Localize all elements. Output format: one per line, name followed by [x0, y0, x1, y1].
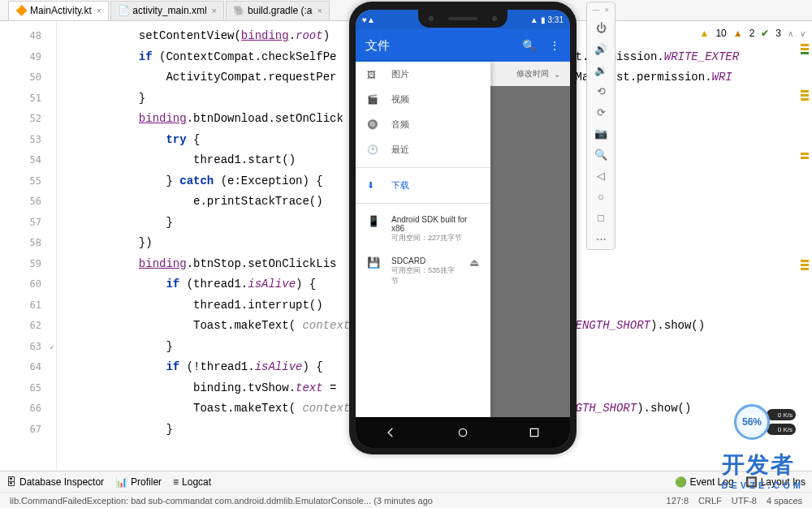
- svg-point-0: [459, 428, 466, 436]
- svg-rect-1: [530, 428, 538, 436]
- xml-file-icon: 📄: [118, 5, 129, 16]
- storage-item[interactable]: 📱Android SDK built for x86可用空间：227兆字节: [356, 209, 490, 250]
- caret-position[interactable]: 127:8: [667, 496, 689, 506]
- emulator-toolbar: —× ⏻ 🔊 🔉 ⟲ ⟳ 📷 🔍 ◁ ○ □ ⋯: [586, 2, 615, 250]
- net-up: 0 K/s: [767, 409, 796, 420]
- chevron-down-icon: ⌄: [554, 70, 560, 79]
- drawer-icon: 🔘: [367, 119, 380, 130]
- line-ending[interactable]: CRLF: [698, 496, 722, 506]
- home-button[interactable]: ○: [587, 186, 615, 207]
- drawer-item[interactable]: 🔘音频: [356, 112, 490, 137]
- search-icon[interactable]: 🔍: [522, 39, 536, 52]
- performance-widget[interactable]: 56% 0 K/s 0 K/s: [734, 401, 799, 443]
- tab-label: activity_main.xml: [132, 5, 206, 16]
- emulator-screen[interactable]: ♥▲ ▲▮3:31 文件 🔍 ⋮ 修改时间 ⌄ 🖼图片🎬视频🔘音频🕑最近 ⬇ 下…: [356, 10, 570, 448]
- drawer-item-download[interactable]: ⬇ 下载: [356, 173, 490, 198]
- storage-icon: 📱: [367, 215, 380, 243]
- recents-button[interactable]: [528, 426, 541, 439]
- more-button[interactable]: ⋯: [587, 228, 615, 249]
- status-bar: lib.CommandFailedException: bad sub-comm…: [0, 492, 812, 508]
- eject-icon[interactable]: ⏏: [469, 256, 479, 286]
- profiler-button[interactable]: 📊 Profiler: [115, 476, 162, 488]
- tab-activity-main-xml[interactable]: 📄 activity_main.xml ×: [110, 1, 224, 20]
- close-icon[interactable]: ×: [317, 6, 322, 15]
- logcat-button[interactable]: ≡ Logcat: [173, 476, 211, 488]
- tab-build-gradle[interactable]: 🐘 build.gradle (:a ×: [226, 1, 330, 20]
- app-toolbar: 文件 🔍 ⋮: [356, 29, 570, 62]
- error-stripe[interactable]: [797, 42, 812, 464]
- power-button[interactable]: ⏻: [587, 17, 615, 38]
- android-nav-bar: [356, 417, 570, 448]
- download-icon: ⬇: [367, 180, 380, 191]
- cpu-circle: 56%: [734, 404, 770, 440]
- navigation-drawer: 🖼图片🎬视频🔘音频🕑最近 ⬇ 下载 📱Android SDK built for…: [356, 62, 490, 417]
- screenshot-button[interactable]: 📷: [587, 123, 615, 144]
- volume-up-button[interactable]: 🔊: [587, 38, 615, 59]
- volume-down-button[interactable]: 🔉: [587, 59, 615, 80]
- scrim-overlay[interactable]: [490, 86, 570, 417]
- drawer-item[interactable]: 🎬视频: [356, 87, 490, 112]
- drawer-icon: 🎬: [367, 94, 380, 105]
- drawer-item[interactable]: 🖼图片: [356, 62, 490, 87]
- emulator-device: ♥▲ ▲▮3:31 文件 🔍 ⋮ 修改时间 ⌄ 🖼图片🎬视频🔘音频🕑最近 ⬇ 下…: [349, 2, 577, 454]
- app-title: 文件: [365, 38, 390, 54]
- more-icon[interactable]: ⋮: [549, 39, 560, 52]
- zoom-button[interactable]: 🔍: [587, 144, 615, 165]
- status-message: lib.CommandFailedException: bad sub-comm…: [10, 496, 433, 506]
- storage-item[interactable]: 💾SDCARD可用空间：535兆字节⏏: [356, 250, 490, 293]
- watermark: 开发者 DEVZE.COM: [722, 450, 804, 490]
- net-down: 0 K/s: [767, 424, 796, 435]
- bottom-toolbar: 🗄 Database Inspector 📊 Profiler ≡ Logcat…: [0, 471, 812, 492]
- line-gutter: 48495051525354555657585960616263✓6465666…: [0, 21, 57, 471]
- back-button[interactable]: [385, 426, 398, 439]
- device-notch: [418, 10, 508, 28]
- database-inspector-button[interactable]: 🗄 Database Inspector: [6, 476, 104, 488]
- rotate-right-button[interactable]: ⟳: [587, 101, 615, 123]
- close-icon[interactable]: ×: [97, 6, 102, 15]
- back-button[interactable]: ◁: [587, 165, 615, 186]
- tab-label: build.gradle (:a: [248, 5, 312, 16]
- tab-mainactivity[interactable]: 🔶 MainActivity.kt ×: [8, 1, 109, 20]
- home-button[interactable]: [456, 426, 469, 439]
- file-encoding[interactable]: UTF-8: [732, 496, 757, 506]
- tab-label: MainActivity.kt: [30, 5, 92, 16]
- storage-icon: 💾: [367, 256, 380, 286]
- drawer-icon: 🕑: [367, 144, 380, 155]
- gradle-file-icon: 🐘: [233, 5, 244, 16]
- indent-setting[interactable]: 4 spaces: [767, 496, 802, 506]
- drawer-icon: 🖼: [367, 70, 380, 80]
- rotate-left-button[interactable]: ⟲: [587, 80, 615, 101]
- kotlin-file-icon: 🔶: [15, 5, 27, 16]
- close-icon[interactable]: ×: [212, 6, 217, 15]
- emulator-window-controls[interactable]: —×: [587, 2, 615, 17]
- overview-button[interactable]: □: [587, 207, 615, 228]
- drawer-item[interactable]: 🕑最近: [356, 137, 490, 162]
